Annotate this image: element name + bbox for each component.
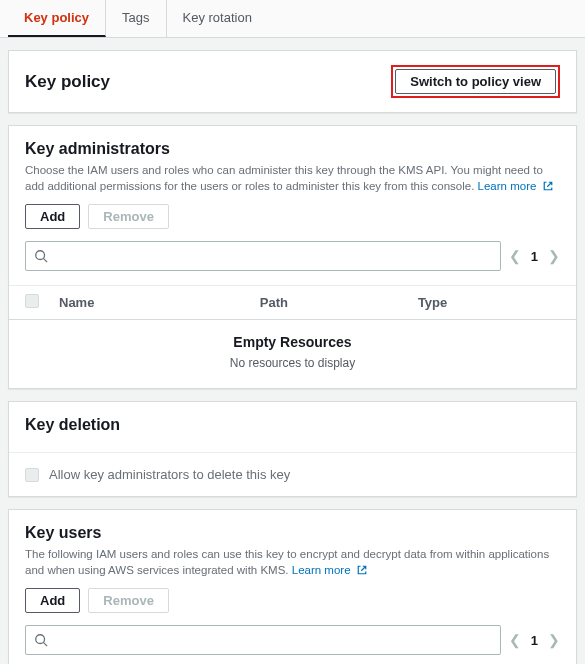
- svg-point-2: [36, 635, 45, 644]
- admins-select-all-checkbox: [25, 294, 39, 308]
- switch-policy-view-highlight: Switch to policy view: [391, 65, 560, 98]
- admins-empty-title: Empty Resources: [9, 334, 576, 350]
- admins-table-header: Name Path Type: [9, 285, 576, 320]
- tab-key-rotation[interactable]: Key rotation: [167, 0, 268, 37]
- key-users-learn-more-link[interactable]: Learn more: [292, 564, 368, 576]
- tab-key-policy[interactable]: Key policy: [8, 0, 106, 37]
- external-link-icon: [542, 180, 554, 192]
- key-users-description: The following IAM users and roles can us…: [25, 546, 560, 578]
- users-pager: ❮ 1 ❯: [509, 632, 560, 648]
- key-deletion-title: Key deletion: [25, 416, 560, 434]
- admins-search-input[interactable]: [54, 249, 492, 264]
- allow-delete-checkbox[interactable]: [25, 468, 39, 482]
- allow-delete-label: Allow key administrators to delete this …: [49, 467, 290, 482]
- users-search-box[interactable]: [25, 625, 501, 655]
- admins-pager: ❮ 1 ❯: [509, 248, 560, 264]
- admins-next-page[interactable]: ❯: [548, 248, 560, 264]
- admins-col-path: Path: [260, 295, 402, 310]
- key-admins-learn-more-link[interactable]: Learn more: [478, 180, 554, 192]
- users-page-number: 1: [531, 633, 538, 648]
- users-add-button[interactable]: Add: [25, 588, 80, 613]
- external-link-icon: [356, 564, 368, 576]
- admins-empty-message: No resources to display: [9, 356, 576, 370]
- key-users-panel: Key users The following IAM users and ro…: [8, 509, 577, 664]
- admins-col-name: Name: [59, 295, 244, 310]
- key-policy-title: Key policy: [25, 72, 110, 92]
- admins-search-box[interactable]: [25, 241, 501, 271]
- tab-tags[interactable]: Tags: [106, 0, 166, 37]
- admins-col-type: Type: [418, 295, 560, 310]
- admins-empty-state: Empty Resources No resources to display: [9, 320, 576, 388]
- search-icon: [34, 249, 48, 263]
- svg-line-3: [44, 643, 48, 647]
- key-admins-title: Key administrators: [25, 140, 560, 158]
- key-policy-header-panel: Key policy Switch to policy view: [8, 50, 577, 113]
- key-deletion-panel: Key deletion Allow key administrators to…: [8, 401, 577, 497]
- svg-point-0: [36, 251, 45, 260]
- svg-line-1: [44, 259, 48, 263]
- admins-add-button[interactable]: Add: [25, 204, 80, 229]
- key-administrators-panel: Key administrators Choose the IAM users …: [8, 125, 577, 389]
- users-prev-page[interactable]: ❮: [509, 632, 521, 648]
- key-admins-description: Choose the IAM users and roles who can a…: [25, 162, 560, 194]
- users-next-page[interactable]: ❯: [548, 632, 560, 648]
- switch-policy-view-button[interactable]: Switch to policy view: [395, 69, 556, 94]
- admins-remove-button: Remove: [88, 204, 169, 229]
- tabs-bar: Key policy Tags Key rotation: [0, 0, 585, 38]
- search-icon: [34, 633, 48, 647]
- key-users-title: Key users: [25, 524, 560, 542]
- users-remove-button: Remove: [88, 588, 169, 613]
- admins-prev-page[interactable]: ❮: [509, 248, 521, 264]
- admins-page-number: 1: [531, 249, 538, 264]
- users-search-input[interactable]: [54, 633, 492, 648]
